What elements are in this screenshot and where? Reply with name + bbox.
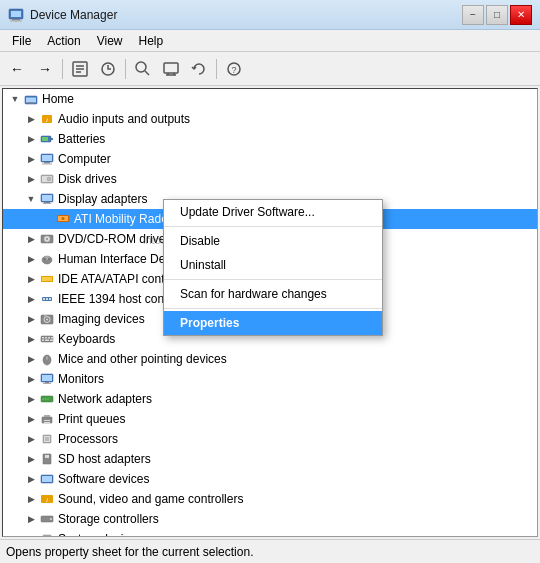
expand-batteries[interactable]: ▶	[23, 131, 39, 147]
tree-item-computer[interactable]: ▶ Computer	[3, 149, 537, 169]
main-area: ▼ Home ▶ ♪ Audio inputs and outputs ▶ Ba…	[0, 86, 540, 539]
tree-item-sound[interactable]: ▶ ♪ Sound, video and game controllers	[3, 489, 537, 509]
expand-print[interactable]: ▶	[23, 411, 39, 427]
context-update-driver[interactable]: Update Driver Software...	[164, 200, 382, 224]
keyboards-icon	[39, 331, 55, 347]
tree-item-mice[interactable]: ▶ Mice and other pointing devices	[3, 349, 537, 369]
svg-point-44	[44, 258, 46, 260]
svg-rect-77	[44, 420, 50, 421]
expand-disk[interactable]: ▶	[23, 171, 39, 187]
svg-point-50	[46, 298, 48, 300]
context-properties[interactable]: Properties	[164, 311, 382, 335]
show-properties-button[interactable]	[67, 56, 93, 82]
close-button[interactable]: ✕	[510, 5, 532, 25]
svg-text:♪: ♪	[45, 116, 49, 123]
toolbar-separator-3	[216, 59, 217, 79]
expand-storage[interactable]: ▶	[23, 511, 39, 527]
batteries-label: Batteries	[58, 132, 105, 146]
display-icon	[39, 191, 55, 207]
svg-rect-56	[41, 336, 53, 342]
menu-action[interactable]: Action	[39, 32, 88, 50]
expand-network[interactable]: ▶	[23, 391, 39, 407]
svg-rect-3	[10, 20, 22, 21]
ieee-icon	[39, 291, 55, 307]
expand-computer[interactable]: ▶	[23, 151, 39, 167]
device-status-button[interactable]	[158, 56, 184, 82]
toolbar: ← → ?	[0, 52, 540, 86]
svg-point-74	[47, 398, 49, 400]
context-disable[interactable]: Disable	[164, 229, 382, 253]
tree-item-disk[interactable]: ▶ Disk drives	[3, 169, 537, 189]
system-icon	[39, 531, 55, 537]
tree-item-print[interactable]: ▶ Print queues	[3, 409, 537, 429]
hid-icon	[39, 251, 55, 267]
expand-monitors[interactable]: ▶	[23, 371, 39, 387]
expand-imaging[interactable]: ▶	[23, 311, 39, 327]
network-icon	[39, 391, 55, 407]
expand-mice[interactable]: ▶	[23, 351, 39, 367]
expand-sound[interactable]: ▶	[23, 491, 39, 507]
status-bar: Opens property sheet for the current sel…	[0, 539, 540, 563]
context-scan[interactable]: Scan for hardware changes	[164, 282, 382, 306]
refresh-button[interactable]	[186, 56, 212, 82]
context-sep-2	[164, 279, 382, 280]
svg-text:♪: ♪	[45, 496, 49, 503]
context-uninstall[interactable]: Uninstall	[164, 253, 382, 277]
help-button[interactable]: ?	[221, 56, 247, 82]
tree-item-sd[interactable]: ▶ SD host adapters	[3, 449, 537, 469]
app-icon	[8, 7, 24, 23]
tree-item-monitors[interactable]: ▶ Monitors	[3, 369, 537, 389]
expand-keyboards[interactable]: ▶	[23, 331, 39, 347]
svg-rect-57	[42, 337, 44, 339]
tree-item-processors[interactable]: ▶ Processors	[3, 429, 537, 449]
update-driver-button[interactable]	[95, 56, 121, 82]
minimize-button[interactable]: −	[462, 5, 484, 25]
processors-icon	[39, 431, 55, 447]
storage-label: Storage controllers	[58, 512, 159, 526]
processors-label: Processors	[58, 432, 118, 446]
network-label: Network adapters	[58, 392, 152, 406]
tree-item-software[interactable]: ▶ Software devices	[3, 469, 537, 489]
svg-rect-62	[45, 340, 49, 342]
monitors-icon	[39, 371, 55, 387]
back-button[interactable]: ←	[4, 56, 30, 82]
tree-item-system[interactable]: ▶ System devices	[3, 529, 537, 537]
svg-point-49	[43, 298, 45, 300]
expand-system[interactable]: ▶	[23, 531, 39, 537]
expand-hid[interactable]: ▶	[23, 251, 39, 267]
svg-point-31	[47, 177, 51, 181]
svg-rect-1	[11, 11, 21, 17]
computer-icon	[39, 151, 55, 167]
scan-button[interactable]	[130, 56, 156, 82]
expand-processors[interactable]: ▶	[23, 431, 39, 447]
expand-home[interactable]: ▼	[7, 91, 23, 107]
mice-label: Mice and other pointing devices	[58, 352, 227, 366]
expand-ieee[interactable]: ▶	[23, 291, 39, 307]
sd-label: SD host adapters	[58, 452, 151, 466]
device-tree[interactable]: ▼ Home ▶ ♪ Audio inputs and outputs ▶ Ba…	[2, 88, 538, 537]
expand-dvd[interactable]: ▶	[23, 231, 39, 247]
expand-display[interactable]: ▼	[23, 191, 39, 207]
disk-icon	[39, 171, 55, 187]
tree-item-storage[interactable]: ▶ Storage controllers	[3, 509, 537, 529]
expand-audio[interactable]: ▶	[23, 111, 39, 127]
menu-file[interactable]: File	[4, 32, 39, 50]
svg-rect-19	[28, 102, 34, 104]
keyboards-label: Keyboards	[58, 332, 115, 346]
expand-software[interactable]: ▶	[23, 471, 39, 487]
tree-item-batteries[interactable]: ▶ Batteries	[3, 129, 537, 149]
display-label: Display adapters	[58, 192, 147, 206]
tree-item-audio[interactable]: ▶ ♪ Audio inputs and outputs	[3, 109, 537, 129]
expand-sd[interactable]: ▶	[23, 451, 39, 467]
expand-ide[interactable]: ▶	[23, 271, 39, 287]
tree-item-network[interactable]: ▶ Network adapters	[3, 389, 537, 409]
tree-item-home[interactable]: ▼ Home	[3, 89, 537, 109]
computer-label: Computer	[58, 152, 111, 166]
maximize-button[interactable]: □	[486, 5, 508, 25]
svg-point-9	[136, 62, 146, 72]
sound-label: Sound, video and game controllers	[58, 492, 243, 506]
svg-point-38	[62, 217, 65, 220]
forward-button[interactable]: →	[32, 56, 58, 82]
menu-help[interactable]: Help	[131, 32, 172, 50]
menu-view[interactable]: View	[89, 32, 131, 50]
